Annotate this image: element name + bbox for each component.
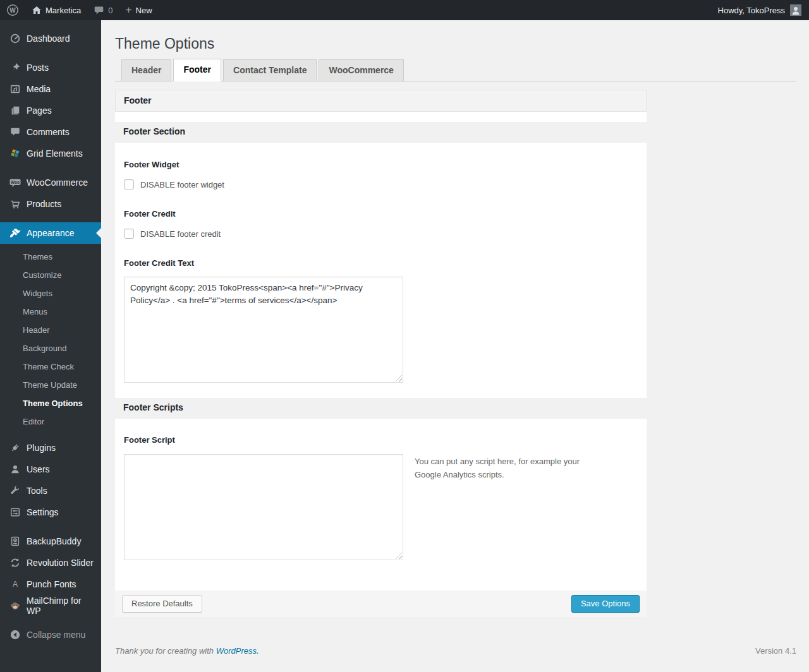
sidebar-item-label: Media: [27, 84, 51, 94]
comments-shortcut[interactable]: 0: [87, 0, 119, 20]
appearance-brush-icon: [9, 227, 21, 239]
sidebar-item-revolution-slider[interactable]: Revolution Slider: [0, 552, 101, 573]
pages-icon: [9, 104, 21, 117]
plugin-icon: [9, 441, 21, 454]
sidebar-item-mailchimp[interactable]: MailChimp for WP: [0, 595, 101, 616]
version-text: Version 4.1: [755, 646, 796, 656]
sidebar-item-media[interactable]: Media: [0, 78, 101, 100]
footer-section-body: Footer Widget DISABLE footer widget Foot…: [115, 143, 647, 398]
wordpress-link[interactable]: WordPress.: [216, 646, 259, 656]
sidebar-item-label: Tools: [27, 486, 47, 496]
grid-elements-icon: [9, 147, 21, 160]
sidebar-item-pages[interactable]: Pages: [0, 100, 101, 121]
main-content: Theme Options Header Footer Contact Temp…: [101, 0, 809, 672]
user-icon: [9, 463, 21, 476]
sidebar-item-label: Dashboard: [27, 33, 70, 44]
sidebar-item-punch-fonts[interactable]: A Punch Fonts: [0, 573, 101, 595]
footer-widget-checkbox-row: DISABLE footer widget: [124, 179, 638, 189]
disable-footer-widget-label: DISABLE footer widget: [140, 180, 224, 189]
sidebar-item-grid-elements[interactable]: Grid Elements: [0, 143, 101, 164]
sidebar-item-label: Revolution Slider: [27, 558, 94, 568]
footer-script-textarea[interactable]: [124, 454, 403, 560]
menu-separator: [0, 164, 101, 172]
collapse-menu-button[interactable]: Collapse menu: [0, 624, 101, 645]
new-label: New: [136, 6, 152, 15]
new-content-menu[interactable]: + New: [119, 0, 159, 20]
menu-separator: [0, 49, 101, 57]
collapse-menu-label: Collapse menu: [27, 630, 85, 640]
footer-credit-text-label: Footer Credit Text: [124, 258, 638, 268]
tab-woocommerce[interactable]: WooCommerce: [319, 59, 403, 81]
wordpress-logo-menu[interactable]: W: [0, 0, 25, 20]
submenu-item-background[interactable]: Background: [0, 339, 101, 357]
sidebar-item-label: Plugins: [27, 443, 56, 453]
footer-widget-label: Footer Widget: [124, 160, 638, 169]
pushpin-icon: [9, 61, 21, 74]
comments-count: 0: [108, 6, 113, 15]
tab-header[interactable]: Header: [121, 59, 171, 81]
submenu-item-theme-check[interactable]: Theme Check: [0, 357, 101, 376]
admin-footer: Thank you for creating with WordPress. V…: [115, 646, 796, 671]
panel-title: Footer: [115, 90, 647, 112]
woocommerce-icon: Woo: [9, 176, 21, 189]
appearance-submenu: Themes Customize Widgets Menus Header Ba…: [0, 244, 101, 437]
submenu-item-theme-options[interactable]: Theme Options: [0, 394, 101, 412]
panel-action-bar: Restore Defaults Save Options: [115, 591, 647, 617]
site-link[interactable]: Marketica: [25, 0, 87, 20]
svg-text:Woo: Woo: [11, 180, 20, 184]
footer-script-label: Footer Script: [124, 435, 638, 445]
footer-script-wrap: [124, 454, 403, 560]
sidebar-item-label: Punch Fonts: [27, 579, 76, 589]
disable-footer-widget-checkbox[interactable]: [124, 179, 134, 189]
sidebar-item-label: MailChimp for WP: [27, 596, 96, 616]
sidebar-item-posts[interactable]: Posts: [0, 57, 101, 78]
submenu-item-editor[interactable]: Editor: [0, 412, 101, 431]
dashboard-icon: [9, 32, 21, 45]
sidebar-item-label: BackupBuddy: [27, 536, 81, 546]
sidebar-item-label: Settings: [27, 507, 59, 517]
save-options-button[interactable]: Save Options: [571, 595, 640, 613]
footer-credit-text-textarea[interactable]: Copyright &copy; 2015 TokoPress<span><a …: [124, 277, 403, 383]
howdy-account-menu[interactable]: Howdy, TokoPress: [718, 6, 785, 15]
sidebar-item-appearance[interactable]: Appearance: [0, 222, 101, 244]
sidebar-item-label: WooCommerce: [27, 177, 88, 188]
footer-credit-label: Footer Credit: [124, 209, 638, 219]
collapse-arrow-icon: [9, 628, 21, 641]
backup-drive-icon: [9, 535, 21, 548]
footer-credit-text-wrap: Copyright &copy; 2015 TokoPress<span><a …: [124, 277, 403, 383]
mailchimp-monkey-icon: [9, 599, 21, 612]
wrench-icon: [9, 484, 21, 497]
submenu-item-theme-update[interactable]: Theme Update: [0, 376, 101, 394]
avatar-person-icon: [790, 4, 801, 16]
disable-footer-credit-label: DISABLE footer credit: [140, 229, 221, 239]
sidebar-item-dashboard[interactable]: Dashboard: [0, 28, 101, 49]
submenu-item-widgets[interactable]: Widgets: [0, 284, 101, 303]
tab-footer[interactable]: Footer: [173, 59, 221, 81]
letter-a-icon: A: [9, 578, 21, 591]
sidebar-item-settings[interactable]: Settings: [0, 501, 101, 523]
menu-separator: [0, 523, 101, 531]
submenu-item-header[interactable]: Header: [0, 321, 101, 339]
submenu-item-themes[interactable]: Themes: [0, 248, 101, 266]
cart-icon: [9, 198, 21, 210]
submenu-item-customize[interactable]: Customize: [0, 266, 101, 284]
footer-thanks-text: Thank you for creating with WordPress.: [115, 646, 259, 656]
plus-icon: +: [126, 4, 132, 15]
comments-icon: [9, 126, 21, 138]
sidebar-item-comments[interactable]: Comments: [0, 121, 101, 143]
sidebar-item-woocommerce[interactable]: Woo WooCommerce: [0, 172, 101, 193]
svg-text:W: W: [9, 7, 16, 14]
sidebar-item-products[interactable]: Products: [0, 193, 101, 215]
disable-footer-credit-checkbox[interactable]: [124, 229, 134, 239]
sidebar-item-users[interactable]: Users: [0, 459, 101, 480]
sidebar-item-tools[interactable]: Tools: [0, 480, 101, 501]
sidebar-item-backupbuddy[interactable]: BackupBuddy: [0, 531, 101, 552]
restore-defaults-button[interactable]: Restore Defaults: [122, 595, 202, 613]
avatar[interactable]: [790, 4, 801, 16]
sidebar-item-plugins[interactable]: Plugins: [0, 437, 101, 459]
footer-scripts-body: Footer Script You can put any script her…: [115, 419, 647, 591]
submenu-item-menus[interactable]: Menus: [0, 303, 101, 321]
tab-contact-template[interactable]: Contact Template: [223, 59, 317, 81]
sidebar-item-label: Products: [27, 199, 61, 209]
sidebar-item-label: Comments: [27, 127, 70, 137]
